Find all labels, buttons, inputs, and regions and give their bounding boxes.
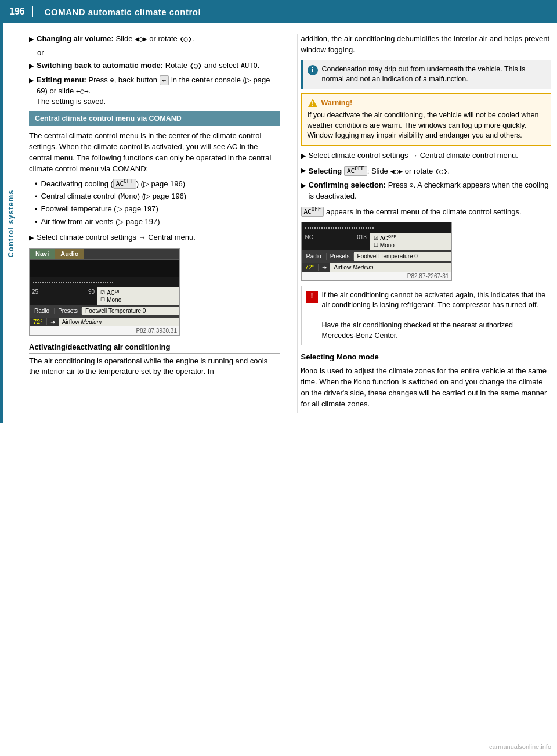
arrow-icon: ▶ <box>29 35 34 44</box>
bullet-confirming: ▶ Confirming selection: Press ⊙. A check… <box>301 180 552 202</box>
confirming-label: Confirming selection: <box>309 181 388 189</box>
sub-bullet-2: • Central climate control (Mono) (▷ page… <box>35 191 280 202</box>
error-text: If the air conditioning cannot be activa… <box>322 290 547 341</box>
page-title: COMAND automatic climate control <box>45 7 201 17</box>
sub-bullet-text-3: Footwell temperature (▷ page 197) <box>41 204 158 214</box>
air-cond-continuation: addition, the air conditioning dehumidif… <box>301 34 552 56</box>
screen-bottom-row: 72° ➜ Airflow Medium <box>30 318 179 326</box>
bullet-selecting-acoff: ▶ Selecting ACOFF: Slide ◀○▶ or rotate ❮… <box>301 165 552 177</box>
screen-middle-section: 2590 ☑ ACOFF ☐ Mono <box>30 287 179 304</box>
arrow-icon-7: ▶ <box>301 181 306 190</box>
screen2-middle: NC013 ☑ ACOFF ☐ Mono <box>302 233 451 250</box>
screenshot-2-caption: P82.87-2267-31 <box>302 272 451 280</box>
intro-paragraph: The central climate control menu is in t… <box>29 131 280 174</box>
bullet-label-3: Exiting menu: <box>37 75 89 84</box>
bullet-switching-back: ▶ Switching back to automatic mode: Rota… <box>29 60 280 71</box>
or-text: or <box>37 48 280 57</box>
bullet-changing-air: ▶ Changing air volume: Slide ◀○▶ or rota… <box>29 34 280 45</box>
warning-text: If you deactivate the air conditioning, … <box>308 111 539 139</box>
bullet-exiting: ▶ Exiting menu: Press ⊙, back button ← i… <box>29 75 280 108</box>
screenshot-1-caption: P82.87.3930.31 <box>30 326 179 335</box>
warning-title-text: Warning! <box>321 98 353 109</box>
navi-tab: Navi <box>30 249 55 259</box>
arrow-icon-4: ▶ <box>29 233 34 243</box>
main-content: Control systems ▶ Changing air volume: S… <box>0 23 557 423</box>
bullet-text: Changing air volume: Slide ◀○▶ or rotate… <box>37 34 280 45</box>
sub-bullet-text-1: Deactivating cooling (ACOFF) (▷ page 196… <box>41 178 186 189</box>
sidebar-label: Control systems <box>6 189 15 257</box>
error-box: ! If the air conditioning cannot be acti… <box>301 286 552 346</box>
select-line-text: Select climate control settings → Centra… <box>37 232 280 243</box>
subsection-air-cond: Activating/deactivating air conditioning <box>29 343 280 354</box>
error-icon: ! <box>306 291 318 303</box>
svg-text:!: ! <box>312 100 313 107</box>
select-line: ▶ Select climate control settings → Cent… <box>29 232 280 243</box>
arrow-icon-3: ▶ <box>29 76 34 85</box>
sidebar: Control systems <box>0 23 21 423</box>
screen2-radio-row: Radio Presets Footwell Temperature 0 <box>302 250 451 263</box>
bullet-select-climate: ▶ Select climate control settings → Cent… <box>301 150 552 161</box>
bullet-text-2: Switching back to automatic mode: Rotate… <box>37 60 280 71</box>
screen-radio-row: Radio Presets Footwell Temperature 0 <box>30 305 179 318</box>
sidebar-accent <box>0 23 3 423</box>
subsection-mono: Selecting Mono mode <box>301 352 552 363</box>
dot-icon-2: • <box>35 192 38 202</box>
dot-icon-4: • <box>35 217 38 228</box>
bullet-text-5: Select climate control settings → Centra… <box>309 150 552 161</box>
selecting-label: Selecting <box>309 166 344 175</box>
sub-bullet-4: • Air flow from air vents (▷ page 197) <box>35 217 280 228</box>
screen-right-panel: ☑ ACOFF ☐ Mono <box>97 287 179 304</box>
section-heading: Central climate control menu via COMAND <box>29 111 280 126</box>
bullet-label-2: Switching back to automatic mode: <box>37 61 165 70</box>
warning-box: ! Warning! If you deactivate the air con… <box>301 93 552 146</box>
screen2-mid-row <box>302 222 451 233</box>
columns: ▶ Changing air volume: Slide ◀○▶ or rota… <box>21 23 557 423</box>
air-cond-para: The air conditioning is operational whil… <box>29 356 280 378</box>
bullet-text-7: Confirming selection: Press ⊙. A checkma… <box>309 180 552 202</box>
right-column: addition, the air conditioning dehumidif… <box>297 34 552 413</box>
warning-triangle-icon: ! <box>308 98 318 107</box>
bullet-text-3: Exiting menu: Press ⊙, back button ← in … <box>37 75 280 108</box>
screen2-right-panel: ☑ ACOFF ☐ Mono <box>370 233 451 250</box>
info-box: i Condensation may drip out from underne… <box>301 60 552 89</box>
dot-icon-3: • <box>35 204 38 215</box>
screen-left-controls: 2590 <box>30 287 97 304</box>
screen-mid-row-1 <box>30 277 179 287</box>
sub-bullet-3: • Footwell temperature (▷ page 197) <box>35 204 280 215</box>
screenshot-2: NC013 ☑ ACOFF ☐ Mono <box>301 222 452 280</box>
mono-para: Mono is used to adjust the climate zones… <box>301 366 552 409</box>
info-icon: i <box>308 65 318 75</box>
left-column: ▶ Changing air volume: Slide ◀○▶ or rota… <box>29 34 285 413</box>
bullet-label: Changing air volume: <box>37 34 116 43</box>
sub-bullet-text-2: Central climate control (Mono) (▷ page 1… <box>41 191 187 201</box>
screen-dark-row-1 <box>30 260 179 277</box>
bullet-text-6: Selecting ACOFF: Slide ◀○▶ or rotate ❮○❯… <box>309 165 552 177</box>
screen-nav-row: Navi Audio <box>30 249 179 260</box>
audio-tab: Audio <box>55 249 84 259</box>
screenshot-1: Navi Audio 2590 ☑ AC <box>29 248 180 335</box>
page-number: 196 <box>9 6 33 17</box>
screen2-bottom-row: 72° ➜ Airflow Medium <box>302 263 451 272</box>
arrow-icon-2: ▶ <box>29 62 34 71</box>
arrow-icon-5: ▶ <box>301 152 306 161</box>
info-text: Condensation may drip out from underneat… <box>322 64 547 85</box>
page-header: 196 COMAND automatic climate control <box>0 0 557 23</box>
dot-icon: • <box>35 179 38 189</box>
arrow-icon-6: ▶ <box>301 166 306 175</box>
acoff-note: ACOFF appears in the central menu of the… <box>301 206 552 218</box>
sub-bullet-1: • Deactivating cooling (ACOFF) (▷ page 1… <box>35 178 280 189</box>
watermark: carmanualsonline.info <box>489 743 551 750</box>
sub-bullet-text-4: Air flow from air vents (▷ page 197) <box>41 217 160 227</box>
warning-title: ! Warning! <box>308 98 545 109</box>
